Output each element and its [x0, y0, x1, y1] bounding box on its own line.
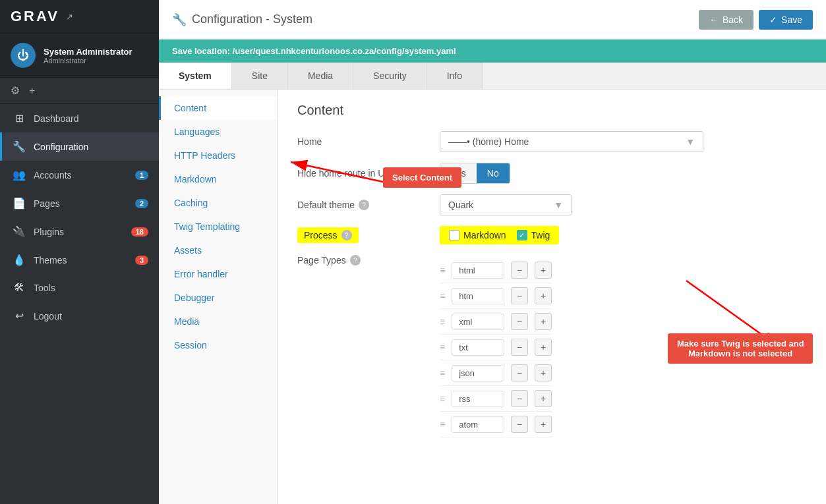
logout-icon: ↩	[13, 310, 26, 322]
back-icon: ←	[709, 14, 719, 25]
sidebar-item-label: Logout	[34, 311, 148, 322]
left-nav-markdown[interactable]: Markdown	[159, 167, 277, 191]
remove-row-button[interactable]: −	[511, 313, 528, 330]
page-types-help-icon[interactable]: ?	[350, 255, 361, 266]
home-dropdown-value: ——• (home) Home	[448, 136, 529, 147]
tab-security[interactable]: Security	[353, 63, 427, 89]
table-row: ≡ − +	[440, 258, 552, 283]
markdown-label: Markdown	[463, 230, 506, 240]
external-link-icon[interactable]: ↗	[66, 12, 73, 22]
page-type-input[interactable]	[452, 314, 504, 330]
save-location-bar: Save location: /user/quest.nhkcenturiono…	[159, 40, 826, 63]
add-icon[interactable]: +	[29, 85, 35, 97]
left-nav-languages[interactable]: Languages	[159, 120, 277, 144]
section-title: Content	[297, 103, 806, 118]
left-nav-content[interactable]: Content	[159, 96, 277, 120]
home-dropdown[interactable]: ——• (home) Home ▼	[440, 131, 703, 152]
topbar-actions: ← Back ✓ Save	[699, 10, 813, 30]
twig-checkbox[interactable]: ✓	[517, 230, 527, 240]
drag-handle-icon[interactable]: ≡	[440, 419, 445, 430]
sidebar-actions: ⚙ +	[0, 78, 159, 104]
add-row-button[interactable]: +	[535, 416, 552, 433]
table-row: ≡ − +	[440, 412, 552, 437]
save-button[interactable]: ✓ Save	[759, 10, 813, 30]
table-row: ≡ − +	[440, 335, 552, 360]
process-help-icon[interactable]: ?	[341, 230, 352, 240]
page-type-input[interactable]	[452, 365, 504, 381]
remove-row-button[interactable]: −	[511, 416, 528, 433]
sidebar-item-tools[interactable]: 🛠 Tools	[0, 274, 159, 302]
sidebar-item-configuration[interactable]: 🔧 Configuration	[0, 132, 159, 161]
add-row-button[interactable]: +	[535, 364, 552, 381]
left-nav-twig-templating[interactable]: Twig Templating	[159, 215, 277, 238]
sidebar-item-label: Dashboard	[34, 113, 148, 124]
left-nav-debugger[interactable]: Debugger	[159, 286, 277, 310]
sidebar-logo: GRAV ↗	[0, 0, 159, 34]
left-nav-media[interactable]: Media	[159, 310, 277, 333]
remove-row-button[interactable]: −	[511, 262, 528, 279]
themes-badge: 3	[135, 256, 148, 265]
page-type-input[interactable]	[452, 391, 504, 407]
remove-row-button[interactable]: −	[511, 339, 528, 356]
table-row: ≡ − +	[440, 386, 552, 412]
process-checkboxes: Markdown ✓ Twig	[440, 226, 559, 244]
add-row-button[interactable]: +	[535, 390, 552, 407]
drag-handle-icon[interactable]: ≡	[440, 368, 445, 378]
page-type-input[interactable]	[452, 288, 504, 304]
sync-icon[interactable]: ⚙	[11, 84, 20, 97]
markdown-checkbox[interactable]	[449, 230, 459, 240]
sidebar-item-plugins[interactable]: 🔌 Plugins 18	[0, 217, 159, 246]
add-row-button[interactable]: +	[535, 313, 552, 330]
tab-system[interactable]: System	[159, 63, 232, 89]
add-row-button[interactable]: +	[535, 262, 552, 279]
drag-handle-icon[interactable]: ≡	[440, 393, 445, 404]
add-row-button[interactable]: +	[535, 287, 552, 304]
add-row-button[interactable]: +	[535, 339, 552, 356]
drag-handle-icon[interactable]: ≡	[440, 291, 445, 301]
pages-badge: 2	[135, 199, 148, 208]
back-button[interactable]: ← Back	[699, 10, 753, 30]
sidebar-item-logout[interactable]: ↩ Logout	[0, 302, 159, 330]
tab-info[interactable]: Info	[427, 63, 483, 89]
drag-handle-icon[interactable]: ≡	[440, 265, 445, 275]
twig-checkbox-item[interactable]: ✓ Twig	[517, 230, 550, 240]
tab-media[interactable]: Media	[288, 63, 353, 89]
page-type-input[interactable]	[452, 339, 504, 356]
page-types-table: ≡ − + ≡ − + ≡	[440, 258, 552, 437]
save-location-path: /user/quest.nhkcenturionoos.co.za/config…	[233, 46, 456, 56]
remove-row-button[interactable]: −	[511, 364, 528, 381]
hide-home-no-button[interactable]: No	[477, 163, 510, 183]
check-icon: ✓	[769, 14, 777, 25]
chevron-down-icon: ▼	[686, 136, 695, 147]
drag-handle-icon[interactable]: ≡	[440, 342, 445, 352]
tab-site[interactable]: Site	[232, 63, 288, 89]
hide-home-control: Yes No	[440, 163, 806, 184]
remove-row-button[interactable]: −	[511, 287, 528, 304]
twig-note-line2: Markdown is not selected	[688, 349, 792, 358]
sidebar-item-dashboard[interactable]: ⊞ Dashboard	[0, 104, 159, 132]
avatar: ⏻	[11, 43, 36, 68]
process-label: Process ?	[297, 227, 359, 243]
left-nav-error-handler[interactable]: Error handler	[159, 262, 277, 286]
drag-handle-icon[interactable]: ≡	[440, 316, 445, 327]
home-row: Home ——• (home) Home ▼	[297, 131, 806, 152]
page-type-input[interactable]	[452, 416, 504, 433]
left-nav-caching[interactable]: Caching	[159, 191, 277, 215]
sidebar-item-label: Plugins	[34, 227, 123, 237]
markdown-checkbox-item[interactable]: Markdown	[449, 230, 506, 240]
remove-row-button[interactable]: −	[511, 390, 528, 407]
sidebar: GRAV ↗ ⏻ System Administrator Administra…	[0, 0, 159, 504]
sidebar-item-pages[interactable]: 📄 Pages 2	[0, 189, 159, 217]
sidebar-item-themes[interactable]: 💧 Themes 3	[0, 246, 159, 274]
left-nav-session[interactable]: Session	[159, 333, 277, 357]
left-nav-http-headers[interactable]: HTTP Headers	[159, 144, 277, 167]
chevron-down-icon: ▼	[554, 200, 563, 210]
select-content-annotation: Select Content	[383, 167, 461, 188]
pages-icon: 📄	[13, 197, 26, 210]
sidebar-item-accounts[interactable]: 👥 Accounts 1	[0, 161, 159, 189]
main-content: 🔧 Configuration - System ← Back ✓ Save S…	[159, 0, 826, 504]
default-theme-help-icon[interactable]: ?	[359, 200, 369, 210]
page-type-input[interactable]	[452, 262, 504, 279]
default-theme-dropdown[interactable]: Quark ▼	[440, 194, 572, 215]
left-nav-assets[interactable]: Assets	[159, 238, 277, 262]
